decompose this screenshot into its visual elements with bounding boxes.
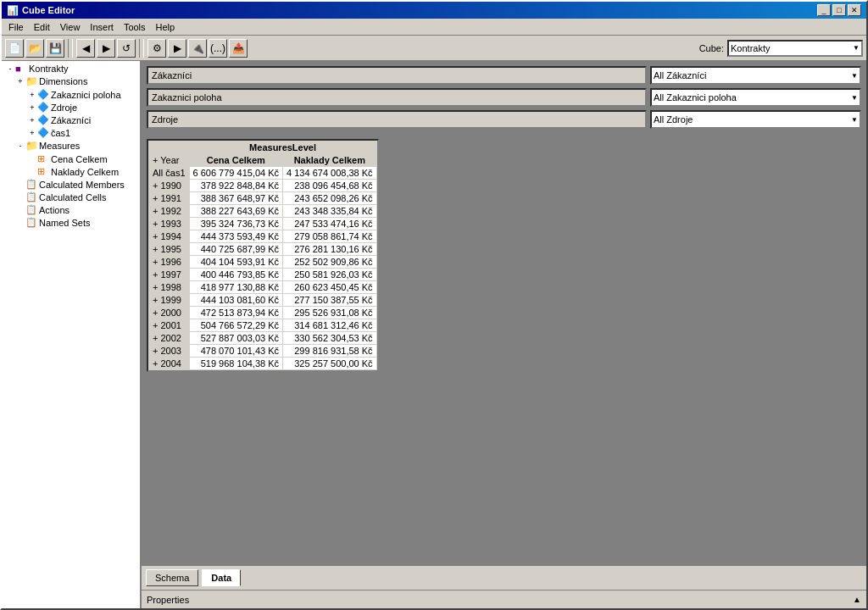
sidebar-item-cena-celkem[interactable]: ⊞ Cena Celkem	[3, 152, 138, 165]
row-label: All čas1	[149, 167, 190, 180]
forward-button[interactable]: ▶	[97, 39, 115, 58]
menu-help[interactable]: Help	[151, 20, 181, 34]
disconnect-button[interactable]: (...)	[209, 39, 227, 58]
data-cell: 440 725 687,99 Kč	[189, 243, 283, 256]
data-cell: 478 070 101,43 Kč	[189, 345, 283, 358]
connect-button[interactable]: 🔌	[188, 39, 207, 58]
row-label: + 2001	[149, 319, 190, 332]
data-cell: 252 502 909,86 Kč	[283, 256, 377, 269]
data-cell: 395 324 736,73 Kč	[189, 218, 283, 230]
zak-expand: +	[27, 116, 37, 125]
tab-data[interactable]: Data	[202, 569, 241, 586]
cube-select[interactable]: Kontrakty ▼	[727, 40, 863, 57]
row-label: + 1993	[149, 218, 190, 230]
run-button[interactable]: ▶	[168, 39, 186, 58]
filter-arrow-1: ▼	[851, 94, 858, 102]
sidebar-item-zakaznici[interactable]: + 🔷 Zákazníci	[3, 114, 138, 126]
data-cell: 519 968 104,38 Kč	[189, 358, 283, 370]
data-cell: 404 104 593,91 Kč	[189, 256, 283, 269]
back-button[interactable]: ◀	[76, 39, 95, 58]
data-cell: 277 150 387,55 Kč	[283, 294, 377, 307]
main-content: - ■ Kontrakty + 📁 Dimensions + 🔷 Zakazni…	[2, 61, 866, 608]
minimize-button[interactable]: _	[817, 4, 831, 16]
filter-dropdown-2[interactable]: All Zdroje ▼	[650, 110, 861, 129]
data-cell: 6 606 779 415,04 Kč	[189, 167, 283, 180]
dimensions-expand: +	[15, 77, 25, 86]
row-label: + 2000	[149, 307, 190, 319]
data-cell: 444 373 593,49 Kč	[189, 230, 283, 243]
sidebar-item-dimensions[interactable]: + 📁 Dimensions	[3, 75, 138, 88]
title-bar-text: 📊 Cube Editor	[7, 5, 75, 16]
filter-row-2: Zdroje All Zdroje ▼	[147, 110, 861, 129]
properties-arrow-icon[interactable]: ▲	[853, 595, 861, 604]
data-cell: 330 562 304,53 Kč	[283, 332, 377, 345]
menu-insert[interactable]: Insert	[85, 20, 119, 34]
sidebar-item-naklady-celkem[interactable]: ⊞ Naklady Celkem	[3, 165, 138, 178]
data-cell: 299 816 931,58 Kč	[283, 345, 377, 358]
sidebar: - ■ Kontrakty + 📁 Dimensions + 🔷 Zakazni…	[2, 61, 142, 608]
filter-area: Zákazníci All Zákazníci ▼ Zakaznici polo…	[142, 61, 866, 134]
grid-corner	[149, 141, 190, 154]
save-button[interactable]: 💾	[46, 39, 64, 58]
tree-root[interactable]: - ■ Kontrakty	[3, 63, 138, 75]
new-button[interactable]: 📄	[5, 39, 24, 58]
bottom-area: Schema Data Properties ▲	[142, 565, 866, 608]
data-cell: 243 652 098,26 Kč	[283, 192, 377, 205]
maximize-button[interactable]: □	[832, 4, 846, 16]
zp-icon: 🔷	[37, 89, 49, 100]
table-row: + 1996404 104 593,91 Kč252 502 909,86 Kč	[149, 256, 377, 269]
grid-row-col-header: + Year	[149, 154, 190, 167]
sidebar-item-actions[interactable]: 📋 Actions	[3, 203, 138, 216]
row-label: + 2002	[149, 332, 190, 345]
menubar: File Edit View Insert Tools Help	[2, 19, 866, 36]
table-row: + 2001504 766 572,29 Kč314 681 312,46 Kč	[149, 319, 377, 332]
close-button[interactable]: ✕	[848, 4, 861, 16]
measures-icon: 📁	[25, 140, 37, 152]
row-label: + 2003	[149, 345, 190, 358]
refresh-button[interactable]: ↺	[117, 39, 136, 58]
table-row: + 1993395 324 736,73 Kč247 533 474,16 Kč	[149, 218, 377, 230]
data-cell: 444 103 081,60 Kč	[189, 294, 283, 307]
table-row: + 2004519 968 104,38 Kč325 257 500,00 Kč	[149, 358, 377, 370]
data-cell: 314 681 312,46 Kč	[283, 319, 377, 332]
filter-label-1: Zakaznici poloha	[147, 88, 647, 107]
sidebar-item-zdroje[interactable]: + 🔷 Zdroje	[3, 101, 138, 114]
root-expand: -	[5, 64, 15, 73]
process-button[interactable]: ⚙	[147, 39, 166, 58]
table-row: + 1997400 446 793,85 Kč250 581 926,03 Kč	[149, 269, 377, 281]
filter-label-0: Zákazníci	[147, 66, 647, 85]
data-cell: 238 096 454,68 Kč	[283, 180, 377, 192]
table-row: + 2003478 070 101,43 Kč299 816 931,58 Kč	[149, 345, 377, 358]
sidebar-item-zakaznici-poloha[interactable]: + 🔷 Zakaznici poloha	[3, 88, 138, 101]
table-row: + 1995440 725 687,99 Kč276 281 130,16 Kč	[149, 243, 377, 256]
data-cell: 504 766 572,29 Kč	[189, 319, 283, 332]
filter-dropdown-0[interactable]: All Zákazníci ▼	[650, 66, 861, 85]
table-row: + 2000472 513 873,94 Kč295 526 931,08 Kč	[149, 307, 377, 319]
menu-file[interactable]: File	[3, 20, 29, 34]
toolbar: 📄 📂 💾 ◀ ▶ ↺ ⚙ ▶ 🔌 (...) 📤 Cube: Kontrakt…	[2, 36, 866, 61]
title-bar: 📊 Cube Editor _ □ ✕	[2, 2, 866, 19]
export-button[interactable]: 📤	[229, 39, 248, 58]
cube-dropdown-arrow: ▼	[853, 44, 860, 52]
sidebar-item-calculated-members[interactable]: 📋 Calculated Members	[3, 178, 138, 191]
filter-dropdown-1[interactable]: All Zakaznici poloha ▼	[650, 88, 861, 107]
row-label: + 1998	[149, 281, 190, 294]
menu-view[interactable]: View	[55, 20, 86, 34]
sidebar-item-named-sets[interactable]: 📋 Named Sets	[3, 216, 138, 229]
tab-schema[interactable]: Schema	[146, 569, 198, 586]
tab-bar: Schema Data	[142, 566, 866, 590]
window-title: Cube Editor	[22, 5, 75, 15]
sidebar-item-cas1[interactable]: + 🔷 čas1	[3, 126, 138, 139]
grid-col-header-1: Naklady Celkem	[283, 154, 377, 167]
row-label: + 1991	[149, 192, 190, 205]
menu-edit[interactable]: Edit	[29, 20, 55, 34]
root-label: Kontrakty	[29, 64, 68, 74]
open-button[interactable]: 📂	[25, 39, 44, 58]
cas-expand: +	[27, 129, 37, 137]
menu-tools[interactable]: Tools	[119, 20, 151, 34]
data-cell: 400 446 793,85 Kč	[189, 269, 283, 281]
sidebar-item-calculated-cells[interactable]: 📋 Calculated Cells	[3, 191, 138, 203]
data-cell: 276 281 130,16 Kč	[283, 243, 377, 256]
sidebar-item-measures[interactable]: - 📁 Measures	[3, 139, 138, 152]
row-label: + 1990	[149, 180, 190, 192]
